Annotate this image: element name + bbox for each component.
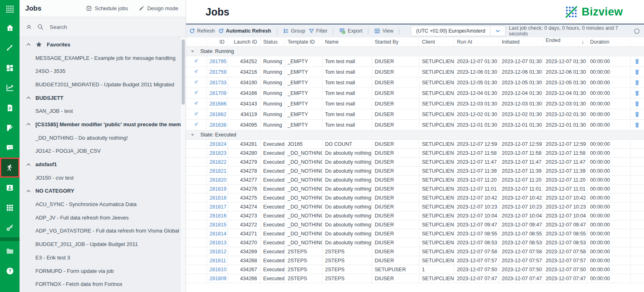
sidebar-help-icon[interactable]: ? bbox=[0, 261, 20, 281]
delete-job-button[interactable] bbox=[634, 79, 640, 86]
tree-category[interactable]: adsfasf1 bbox=[20, 158, 186, 171]
job-id-link[interactable]: 281822 bbox=[210, 159, 227, 165]
column-header-status[interactable]: Status bbox=[260, 37, 285, 47]
export-button[interactable]: Export bbox=[339, 28, 362, 34]
group-row[interactable]: State: Running bbox=[186, 47, 644, 56]
automatic-refresh-label: Automatic Refresh bbox=[226, 28, 271, 34]
cell-launch-id: 434269 bbox=[228, 247, 260, 256]
job-id-link[interactable]: 281813 bbox=[210, 240, 227, 246]
column-header-duration[interactable]: Duration bbox=[587, 37, 630, 47]
job-id-link[interactable]: 281818 bbox=[210, 195, 227, 201]
cell-name: Do absolutly nothing! bbox=[322, 202, 372, 211]
cell-ended: 2023-12-07 11:58 bbox=[543, 149, 587, 158]
tree-item[interactable]: _DO_NOTHING - Do absolutly nothing! bbox=[20, 131, 186, 145]
tree-category[interactable]: [CS1585] Member modifier 'public' must p… bbox=[20, 118, 186, 131]
column-header-launch-id[interactable]: Launch ID bbox=[228, 37, 260, 47]
row-actions-cell bbox=[630, 229, 644, 238]
tree-item[interactable]: BUDGET2011_MIGRATED - Update Budget 2011… bbox=[20, 78, 186, 91]
collapse-all-icon[interactable] bbox=[26, 24, 32, 30]
sidebar-edit-document-icon[interactable] bbox=[0, 118, 20, 138]
tree-item[interactable]: MESSAGE_EXAMPLE - Example job for messag… bbox=[20, 51, 186, 65]
tree-category[interactable]: NO CATEGORY bbox=[20, 184, 186, 198]
sidebar-document-icon[interactable] bbox=[0, 98, 20, 118]
tree-item[interactable]: ACU_SYNC - Synchronize Acumatica Data bbox=[20, 198, 186, 211]
column-header-id[interactable]: ID bbox=[206, 37, 228, 47]
tree-label: BUDGET2011_MIGRATED - Update Budget 2011… bbox=[35, 81, 174, 88]
column-header-started-by[interactable]: Started By bbox=[372, 37, 419, 47]
job-id-link[interactable]: 281814 bbox=[210, 231, 227, 237]
search-input[interactable] bbox=[49, 24, 179, 31]
delete-job-button[interactable] bbox=[634, 90, 640, 97]
cell-run-at: 2023-12-07 08:53 bbox=[454, 238, 499, 247]
timezone-dropdown[interactable]: (UTC +01:00) Europe/Amsterd bbox=[411, 26, 506, 36]
tree-item[interactable]: ADP_JV - Full data refresh from Jeeves bbox=[20, 211, 186, 224]
job-id-link[interactable]: 281809 bbox=[210, 276, 227, 281]
sidebar-apps-icon[interactable] bbox=[0, 198, 20, 217]
tree-item[interactable]: FORMUPD - Form update via job bbox=[20, 264, 186, 278]
sidebar-chat-icon[interactable] bbox=[0, 138, 20, 158]
tree-item[interactable]: ADP_VG_DATASTORE - Full data refresh fro… bbox=[20, 224, 186, 238]
job-id-link[interactable]: 281819 bbox=[210, 186, 227, 192]
job-id-link[interactable]: 281816 bbox=[210, 213, 227, 219]
job-id-link[interactable]: 281795 bbox=[210, 59, 227, 64]
job-id-link[interactable]: 281812 bbox=[210, 249, 227, 255]
group-button[interactable]: Group bbox=[283, 28, 305, 34]
refresh-button[interactable]: Refresh bbox=[189, 28, 215, 34]
job-id-link[interactable]: 281821 bbox=[210, 168, 227, 174]
tree-item[interactable]: JO150 - csv test bbox=[20, 171, 186, 184]
column-header-initiated[interactable]: Initiated bbox=[499, 37, 543, 47]
job-id-link[interactable]: 281815 bbox=[210, 222, 227, 228]
delete-job-button[interactable] bbox=[634, 122, 640, 128]
cell-duration: 00:00:00 bbox=[587, 220, 630, 229]
job-id-link[interactable]: 281811 bbox=[210, 258, 226, 263]
filter-button[interactable]: Filter bbox=[309, 28, 328, 34]
tree-item[interactable]: SAN_JOB - test bbox=[20, 104, 186, 118]
job-id-link[interactable]: 281759 bbox=[210, 69, 227, 75]
schedule-jobs-button[interactable]: Schedule jobs bbox=[86, 5, 128, 11]
sidebar-chart-icon[interactable] bbox=[0, 78, 20, 98]
sidebar-person-running-icon[interactable] bbox=[0, 158, 20, 178]
tree-item[interactable]: 24SO - 3535 bbox=[20, 64, 186, 78]
tree-scrollbar[interactable] bbox=[182, 40, 185, 105]
job-id-link[interactable]: 281820 bbox=[210, 177, 227, 183]
column-header-name[interactable]: Name bbox=[322, 37, 372, 47]
job-id-link[interactable]: 281810 bbox=[210, 267, 227, 272]
sidebar-folder-icon[interactable] bbox=[0, 241, 20, 261]
tree-item[interactable]: JO142 - POOJA_JOB_CSV bbox=[20, 145, 186, 158]
job-id-link[interactable]: 281662 bbox=[210, 112, 227, 117]
sidebar-key-icon[interactable] bbox=[0, 217, 20, 237]
tree-category[interactable]: Favorites bbox=[20, 38, 186, 51]
job-id-link[interactable]: 281709 bbox=[210, 90, 227, 96]
group-row[interactable]: State: Executed bbox=[186, 130, 644, 140]
automatic-refresh-button[interactable]: Automatic Refresh bbox=[218, 28, 271, 34]
job-id-link[interactable]: 281817 bbox=[210, 204, 227, 210]
cell-status: Executed bbox=[260, 256, 285, 265]
job-id-link[interactable]: 281686 bbox=[210, 101, 227, 107]
job-id-link[interactable]: 281733 bbox=[210, 80, 227, 86]
job-id-link[interactable]: 281638 bbox=[210, 122, 227, 128]
sidebar-contact-card-icon[interactable] bbox=[0, 178, 20, 198]
sidebar-flow-icon[interactable] bbox=[0, 38, 20, 58]
tree-item[interactable]: E3 - Erik test 3 bbox=[20, 251, 186, 264]
job-id-link[interactable]: 281823 bbox=[210, 150, 227, 156]
delete-job-button[interactable] bbox=[634, 111, 640, 118]
cell-initiated: 2023-12-07 10:04 bbox=[499, 211, 543, 220]
sidebar-waffle-icon[interactable] bbox=[0, 0, 20, 18]
sidebar-dashboard-icon[interactable] bbox=[0, 58, 20, 78]
sidebar-home-icon[interactable] bbox=[0, 18, 20, 38]
tree-category[interactable]: BUDSJETT bbox=[20, 91, 186, 105]
design-mode-button[interactable]: Design mode bbox=[138, 5, 178, 11]
tree-item[interactable]: FORTNOX - Fetch data from Fortnox bbox=[20, 277, 186, 291]
delete-job-button[interactable] bbox=[634, 58, 640, 65]
view-button[interactable]: View bbox=[374, 28, 393, 34]
cell-client: SETUPCLIENT bbox=[419, 120, 454, 130]
column-header-run-at[interactable]: Run At bbox=[454, 37, 499, 47]
column-header-ended[interactable]: Ended↓ bbox=[543, 37, 587, 47]
delete-job-button[interactable] bbox=[634, 69, 640, 75]
toolbar-divider bbox=[368, 28, 368, 35]
delete-job-button[interactable] bbox=[634, 101, 640, 107]
job-id-link[interactable]: 281824 bbox=[210, 141, 227, 147]
column-header-client[interactable]: Client bbox=[419, 37, 454, 47]
column-header-template-id[interactable]: Template ID bbox=[285, 37, 322, 47]
tree-item[interactable]: BUDGET_2011_JOB - Update Budget 2011 bbox=[20, 237, 186, 251]
